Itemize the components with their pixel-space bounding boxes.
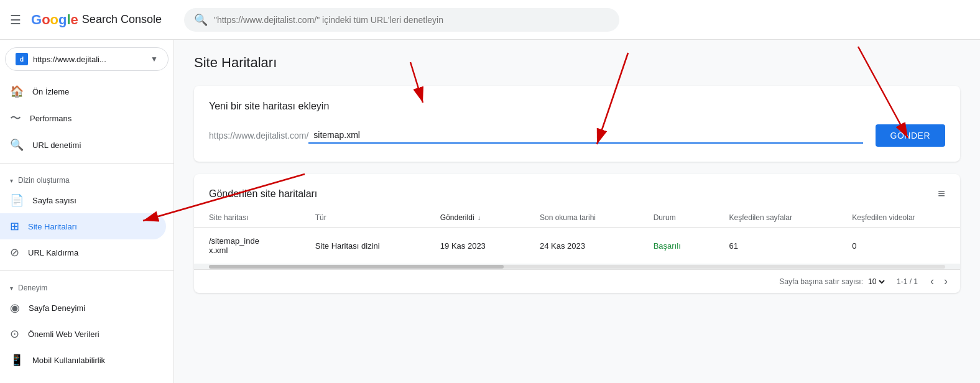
- menu-icon[interactable]: ☰: [10, 12, 21, 27]
- property-icon: d: [16, 53, 28, 65]
- sidebar: d https://www.dejitali... ▼ 🏠 Ön İzleme …: [0, 40, 174, 383]
- pages-icon: 📄: [10, 193, 24, 207]
- search-bar[interactable]: 🔍: [184, 8, 619, 32]
- cell-kesfedilen-sayfalar: 61: [714, 228, 838, 264]
- product-name: Search Console: [82, 13, 162, 26]
- add-sitemap-title: Yeni bir site haritası ekleyin: [209, 101, 945, 112]
- page-exp-icon: ◉: [10, 301, 20, 315]
- sidebar-label: URL Kaldırma: [28, 248, 78, 257]
- sidebar-label: Site Haritaları: [28, 222, 77, 231]
- sitemaps-table: Site haritası Tür Gönderildi ↓ Son okuma…: [194, 208, 960, 264]
- page-title: Site Haritaları: [194, 55, 960, 71]
- pagination-next-button[interactable]: ›: [941, 275, 950, 288]
- sitemap-base-url: https://www.dejitalist.com/: [209, 131, 308, 141]
- collapse-icon: ▾: [10, 177, 13, 184]
- cell-gonderildi: 19 Kas 2023: [425, 228, 525, 264]
- sitemap-input-row: https://www.dejitalist.com/ GÖNDER: [209, 124, 945, 147]
- sidebar-label: Performans: [30, 114, 72, 123]
- col-son-okuma: Son okuma tarihi: [525, 208, 639, 228]
- gondir-button[interactable]: GÖNDER: [876, 124, 945, 147]
- performance-icon: 〜: [10, 111, 21, 126]
- table-row: /sitemap_index.xml Site Haritası dizini …: [194, 228, 960, 264]
- submitted-title: Gönderilen site haritaları: [209, 188, 317, 200]
- add-sitemap-card: Yeni bir site haritası ekleyin https://w…: [194, 86, 960, 162]
- sidebar-divider-2: [0, 270, 173, 271]
- rows-per-page-label: Sayfa başına satır sayısı:: [779, 277, 863, 286]
- cell-kesfedilen-videolar: 0: [837, 228, 960, 264]
- horizontal-scrollbar[interactable]: [194, 264, 960, 269]
- url-remove-icon: ⊘: [10, 246, 19, 259]
- rows-per-page: Sayfa başına satır sayısı: 10 25 50: [779, 277, 887, 287]
- sidebar-divider: [0, 163, 173, 164]
- main-content: Site Haritaları Yeni bir site haritası e…: [174, 40, 980, 383]
- submitted-sitemaps-card: Gönderilen site haritaları ≡ Site harita…: [194, 174, 960, 293]
- col-gonderildi[interactable]: Gönderildi ↓: [425, 208, 525, 228]
- sidebar-item-url-kaldirma[interactable]: ⊘ URL Kaldırma: [0, 239, 166, 265]
- google-logo: Google: [31, 12, 78, 28]
- col-durum: Durum: [639, 208, 714, 228]
- sidebar-label: Önemli Web Verileri: [28, 330, 99, 339]
- col-kesfedilen-sayfalar: Keşfedilen sayfalar: [714, 208, 838, 228]
- table-card-header: Gönderilen site haritaları ≡: [194, 174, 960, 208]
- sidebar-item-on-izleme[interactable]: 🏠 Ön İzleme: [0, 78, 166, 104]
- sidebar-label: Sayfa sayısı: [32, 196, 76, 205]
- deney-section-label: Deneyim: [18, 284, 47, 292]
- dizin-section-header[interactable]: ▾ Dizin oluşturma: [0, 168, 173, 187]
- filter-icon[interactable]: ≡: [938, 187, 945, 201]
- sitemaps-icon: ⊞: [10, 219, 19, 233]
- property-arrow-icon: ▼: [150, 55, 158, 63]
- sidebar-label: Sayfa Deneyimi: [29, 303, 85, 313]
- pagination-buttons: ‹ ›: [928, 275, 950, 288]
- header: ☰ Google Search Console 🔍: [0, 0, 980, 40]
- sidebar-item-mobil[interactable]: 📱 Mobil Kullanılabilirlik: [0, 347, 166, 373]
- cell-tur: Site Haritası dizini: [300, 228, 425, 264]
- pagination-info: 1-1 / 1: [897, 277, 918, 286]
- url-check-icon: 🔍: [10, 138, 24, 152]
- rows-per-page-select[interactable]: 10 25 50: [866, 277, 887, 287]
- sidebar-item-sayfa-sayisi[interactable]: 📄 Sayfa sayısı: [0, 187, 166, 213]
- dizin-section-label: Dizin oluşturma: [18, 176, 70, 185]
- home-icon: 🏠: [10, 85, 24, 98]
- logo: Google Search Console: [31, 12, 162, 28]
- sidebar-item-performans[interactable]: 〜 Performans: [0, 104, 166, 132]
- sort-arrow-icon: ↓: [478, 215, 481, 221]
- sidebar-item-url-denetimi[interactable]: 🔍 URL denetimi: [0, 132, 166, 158]
- cell-site-haritasi: /sitemap_index.xml: [194, 228, 300, 264]
- web-vitals-icon: ⊙: [10, 327, 19, 341]
- sidebar-label: URL denetimi: [32, 141, 81, 150]
- sitemap-path-input[interactable]: [308, 127, 862, 144]
- table-footer: Sayfa başına satır sayısı: 10 25 50 1-1 …: [194, 269, 960, 293]
- property-name: https://www.dejitali...: [33, 55, 146, 64]
- main-layout: d https://www.dejitali... ▼ 🏠 Ön İzleme …: [0, 40, 980, 383]
- sidebar-item-onemli-web[interactable]: ⊙ Önemli Web Verileri: [0, 321, 166, 347]
- scroll-thumb: [209, 265, 504, 269]
- collapse-icon-2: ▾: [10, 285, 13, 292]
- property-selector[interactable]: d https://www.dejitali... ▼: [5, 47, 169, 71]
- cell-son-okuma: 24 Kas 2023: [525, 228, 639, 264]
- col-site-haritasi: Site haritası: [194, 208, 300, 228]
- col-kesfedilen-videolar: Keşfedilen videolar: [837, 208, 960, 228]
- scroll-track: [209, 265, 945, 269]
- sidebar-label: Ön İzleme: [32, 87, 69, 96]
- cell-durum: Başarılı: [639, 228, 714, 264]
- sidebar-item-sayfa-deneyimi[interactable]: ◉ Sayfa Deneyimi: [0, 295, 166, 321]
- mobile-icon: 📱: [10, 353, 24, 367]
- search-icon: 🔍: [194, 13, 208, 27]
- sidebar-item-site-haritalari[interactable]: ⊞ Site Haritaları: [0, 213, 166, 239]
- search-input[interactable]: [214, 15, 609, 25]
- deney-section-header[interactable]: ▾ Deneyim: [0, 276, 173, 295]
- sidebar-label: Mobil Kullanılabilirlik: [32, 356, 105, 365]
- col-tur: Tür: [300, 208, 425, 228]
- pagination-prev-button[interactable]: ‹: [928, 275, 936, 288]
